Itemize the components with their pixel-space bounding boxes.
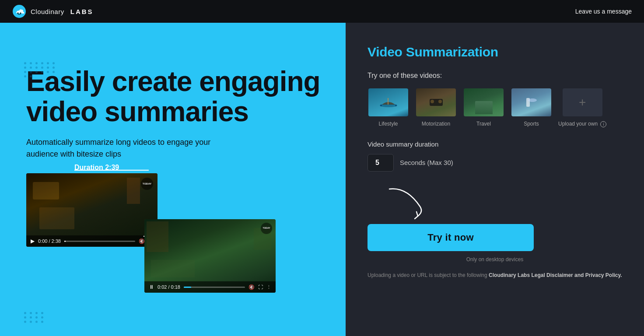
svg-point-1 xyxy=(18,13,19,14)
cloudinary-logo-icon xyxy=(12,4,26,18)
svg-rect-4 xyxy=(388,98,388,105)
fullscreen-icon-2[interactable]: ⛶ xyxy=(258,284,263,290)
video-option-upload[interactable]: + Upload your own i xyxy=(558,88,606,127)
duration-input-row: Seconds (Max 30) xyxy=(368,154,622,172)
progress-fill-1 xyxy=(64,241,66,242)
right-panel: Video Summarization Try one of these vid… xyxy=(346,23,644,336)
video-thumb-upload[interactable]: + xyxy=(562,88,603,117)
plus-icon: + xyxy=(579,95,586,109)
arrow-decoration-area xyxy=(368,185,622,220)
upload-label: Upload your own i xyxy=(558,121,606,127)
try-videos-label: Try one of these videos: xyxy=(368,72,622,80)
travel-label: Travel xyxy=(476,121,491,127)
upload-info-icon[interactable]: i xyxy=(600,121,606,127)
video-time-1: 0:00 / 2:38 xyxy=(38,238,61,244)
hero-subtitle: Automatically summarize long videos to e… xyxy=(26,136,214,160)
video-controls-2[interactable]: ⏸ 0:02 / 0:18 🔇 ⛶ ⋮ xyxy=(144,281,276,293)
left-panel: Easily create engaging video summaries A… xyxy=(0,23,346,336)
duration-input[interactable] xyxy=(368,154,394,172)
try-it-now-button[interactable]: Try it now xyxy=(368,224,534,251)
dot-pattern-bottom xyxy=(24,312,45,323)
svg-point-6 xyxy=(395,105,397,106)
mute-icon-1[interactable]: 🔇 xyxy=(139,238,145,244)
video-options-grid: Lifestyle Motorization xyxy=(368,88,622,127)
main-layout: Easily create engaging video summaries A… xyxy=(0,23,644,336)
video-option-travel[interactable]: Travel xyxy=(463,88,504,127)
duration-unit: Seconds (Max 30) xyxy=(400,159,453,166)
video-option-lifestyle[interactable]: Lifestyle xyxy=(368,88,409,127)
lifestyle-label: Lifestyle xyxy=(378,121,398,127)
svg-point-5 xyxy=(380,105,382,106)
motorization-label: Motorization xyxy=(422,121,450,127)
logo-labs-text: LABS xyxy=(70,8,94,15)
video-thumb-travel[interactable] xyxy=(463,88,504,117)
disclaimer-link[interactable]: Cloudinary Labs Legal Disclaimer and Pri… xyxy=(489,272,622,278)
video-controls-1[interactable]: ▶ 0:00 / 2:38 🔇 ⛶ xyxy=(26,235,158,247)
curved-arrow-right xyxy=(385,185,429,220)
video-time-2: 0:02 / 0:18 xyxy=(158,284,180,290)
disclaimer-text: Uploading a video or URL is subject to t… xyxy=(368,272,489,278)
progress-bar-1[interactable] xyxy=(64,241,135,242)
video-thumb-sports[interactable] xyxy=(511,88,552,117)
section-title: Video Summarization xyxy=(368,45,622,60)
video-option-motorization[interactable]: Motorization xyxy=(415,88,457,127)
leave-message-link[interactable]: Leave us a message xyxy=(575,8,632,15)
svg-point-2 xyxy=(20,13,21,14)
logo-area: Cloudinary LABS xyxy=(12,4,94,18)
header: Cloudinary LABS Leave us a message xyxy=(0,0,644,23)
video-option-sports[interactable]: Sports xyxy=(511,88,552,127)
video-thumb-motorization[interactable] xyxy=(415,88,457,117)
sports-label: Sports xyxy=(524,121,539,127)
duration-line-1 xyxy=(74,170,149,171)
duration-title: Video summary duration xyxy=(368,140,622,148)
video-thumb-1[interactable]: TODAY ▶ 0:00 / 2:38 🔇 ⛶ xyxy=(26,173,158,247)
duration-section: Video summary duration Seconds (Max 30) xyxy=(368,140,622,172)
disclaimer: Uploading a video or URL is subject to t… xyxy=(368,271,622,279)
video-thumb-lifestyle[interactable] xyxy=(368,88,409,117)
hero-title: Easily create engaging video summaries xyxy=(26,66,324,127)
more-icon-2[interactable]: ⋮ xyxy=(266,284,271,290)
pause-icon-2[interactable]: ⏸ xyxy=(149,284,154,290)
boat-icon xyxy=(378,96,399,109)
logo-cloudinary-text: Cloudinary xyxy=(31,8,64,15)
play-icon-1[interactable]: ▶ xyxy=(31,238,35,244)
video-thumb-2[interactable]: TODAY ⏸ 0:02 / 0:18 🔇 ⛶ ⋮ xyxy=(144,219,276,293)
progress-fill-2 xyxy=(184,287,191,288)
desktop-only-label: Only on desktop devices xyxy=(368,256,622,262)
progress-bar-2[interactable] xyxy=(184,287,245,288)
video-area: Duration 2:39 TODAY ▶ 0:00 / 2: xyxy=(26,173,324,304)
mute-icon-2[interactable]: 🔇 xyxy=(248,284,255,290)
dot-pattern-top xyxy=(24,62,56,77)
